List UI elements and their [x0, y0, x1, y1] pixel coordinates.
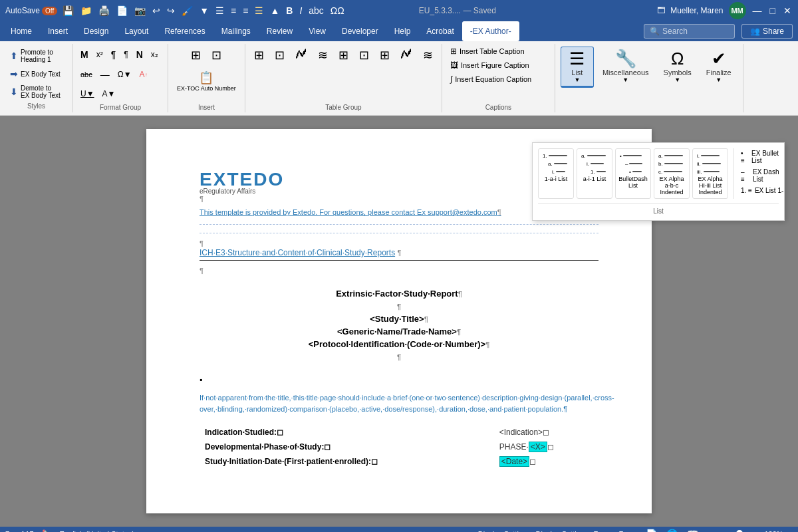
menu-help[interactable]: Help	[386, 21, 419, 41]
table-icon1-btn[interactable]: ⊞	[249, 45, 269, 65]
close-button[interactable]: ✕	[782, 4, 793, 17]
menu-references[interactable]: References	[156, 21, 213, 41]
format-size-btn[interactable]: Ω▼	[114, 68, 135, 81]
format-painter-icon[interactable]: 🖌️	[180, 4, 194, 17]
table-icon6-btn[interactable]: ⊡	[354, 45, 374, 65]
ex-bullet-list-btn[interactable]: • ≡ EX Bullet List	[738, 148, 793, 166]
align-left-icon[interactable]: ☰	[214, 4, 225, 17]
title-line-1: Extrinsic·Factor·Study·Report¶	[200, 289, 598, 299]
menu-layout[interactable]: Layout	[116, 21, 156, 41]
screenshot-icon[interactable]: 📷	[133, 4, 147, 17]
menu-insert[interactable]: Insert	[40, 21, 76, 41]
ex-body-text-btn[interactable]: ➡ EX Body Text	[4, 66, 66, 81]
1ai-list-btn[interactable]: 1. a. i. 1-a-i List	[538, 148, 574, 199]
menu-view[interactable]: View	[301, 21, 334, 41]
format-pilcrow-btn[interactable]: ¶	[108, 47, 120, 62]
arrow-right-icon: ➡	[10, 68, 18, 79]
user-avatar[interactable]: MM	[729, 2, 746, 19]
maximize-button[interactable]: □	[769, 4, 777, 17]
misc-dropdown-icon[interactable]: ▼	[622, 76, 628, 83]
pilcrow2-btn[interactable]: ¶	[120, 48, 131, 61]
promote-heading-btn[interactable]: ⬆ Promote toHeading 1	[4, 47, 59, 65]
para-mark-1: ¶	[200, 195, 203, 203]
menu-mailings[interactable]: Mailings	[213, 21, 259, 41]
ribbon-display-icon[interactable]: 🗔	[657, 6, 665, 15]
symbols-dropdown-icon[interactable]: ▼	[674, 76, 680, 83]
web-layout-btn[interactable]: 🌐	[664, 529, 680, 532]
open-folder-icon[interactable]: 📁	[79, 4, 93, 17]
ex-toc-btn[interactable]: 📋 EX-TOC Auto Number	[172, 68, 241, 94]
list-button[interactable]: ☰ List ▼	[561, 47, 594, 88]
format-subscript-btn[interactable]: x₂	[148, 48, 162, 61]
table-icon7-btn[interactable]: ⊞	[375, 45, 394, 65]
menu-acrobat[interactable]: Acrobat	[418, 21, 462, 41]
insert-figure-caption-btn[interactable]: 🖼 Insert Figure Caption	[446, 59, 551, 71]
table-icon9-btn[interactable]: ≋	[418, 45, 438, 65]
format-dash-btn[interactable]: —	[97, 67, 113, 82]
bold-icon[interactable]: B	[285, 4, 294, 17]
search-box[interactable]: 🔍	[644, 24, 735, 39]
insert-equation-caption-btn[interactable]: ∫ Insert Equation Caption	[446, 73, 551, 85]
insert-icon2-btn[interactable]: ⊡	[207, 45, 226, 65]
finalize-button[interactable]: ✔ Finalize ▼	[700, 47, 737, 86]
format-A-btn[interactable]: A↑	[136, 68, 151, 81]
menu-design[interactable]: Design	[76, 21, 116, 41]
format-underline-btn[interactable]: U▼	[77, 87, 98, 100]
format-n-btn[interactable]: N	[133, 47, 146, 62]
format-abc-btn[interactable]: abc	[77, 68, 96, 80]
undo-icon[interactable]: ↩	[151, 4, 162, 17]
format-m-btn[interactable]: M	[77, 47, 92, 62]
study-date-label: Study·Initiation·Date·(First·patient·enr…	[200, 454, 494, 469]
list-dropdown-icon[interactable]: ▼	[574, 76, 580, 83]
print-layout-btn[interactable]: 📄	[644, 529, 659, 532]
ai1-list-btn[interactable]: a. i. 1. a-i-1 List	[577, 148, 612, 199]
demote-ex-body-btn[interactable]: ⬇ Demote toEX Body Text	[4, 82, 66, 101]
ex-list1-btn[interactable]: 1. ≡ EX List 1-	[738, 186, 793, 196]
title-bar-right: 🗔 Mueller, Maren MM — □ ✕	[569, 2, 793, 19]
insert-group-title: Insert	[198, 102, 215, 111]
insert-table-caption-btn[interactable]: ⊞ Insert Table Caption	[446, 45, 551, 57]
read-mode-btn[interactable]: 📖	[685, 529, 700, 532]
save-icon[interactable]: 💾	[61, 4, 75, 17]
search-input[interactable]	[662, 27, 729, 36]
menu-developer[interactable]: Developer	[334, 21, 386, 41]
share-button[interactable]: 👥 Share	[741, 24, 793, 39]
menu-ex-author[interactable]: -EX Author-	[462, 21, 519, 41]
symbols-button[interactable]: Ω Symbols ▼	[658, 47, 698, 86]
ex-alpha-roman-btn[interactable]: i. ii. iii. EX Alpha i-ii-iii List Inden…	[692, 148, 728, 199]
insert-icon1-btn[interactable]: ⊞	[186, 45, 205, 65]
format-color-btn[interactable]: A▼	[99, 87, 119, 100]
menu-home[interactable]: Home	[3, 21, 40, 41]
format-superscript-btn[interactable]: x²	[93, 48, 106, 61]
minimize-button[interactable]: —	[751, 4, 763, 17]
table-icon3-btn[interactable]: 🗲	[291, 45, 312, 65]
highlight-icon[interactable]: ▲	[269, 4, 281, 17]
finalize-dropdown-icon[interactable]: ▼	[716, 76, 722, 83]
align-center-icon[interactable]: ≡	[229, 4, 237, 17]
align-right-icon[interactable]: ≡	[241, 4, 249, 17]
redo-icon[interactable]: ↪	[166, 4, 176, 17]
bulletdash-list-btn[interactable]: • – • BulletDash List	[615, 148, 651, 199]
table-icon4-btn[interactable]: ≋	[313, 45, 332, 65]
table-icon2-btn[interactable]: ⊡	[270, 45, 289, 65]
menu-review[interactable]: Review	[259, 21, 301, 41]
italic-icon[interactable]: I	[298, 4, 303, 17]
table-icon5-btn[interactable]: ⊞	[334, 45, 353, 65]
autosave-area[interactable]: AutoSave Off	[5, 6, 57, 15]
arrow-up-icon: ⬆	[10, 51, 18, 61]
title-line-4: <Generic·Name/Trade·Name>¶	[200, 327, 598, 336]
ribbon-large-btns: ☰ List ▼ 🔧 Miscellaneous ▼ Ω Symbols ▼ ✔…	[555, 44, 743, 112]
miscellaneous-button[interactable]: 🔧 Miscellaneous ▼	[597, 47, 655, 86]
align-justify-icon[interactable]: ☰	[253, 4, 265, 17]
autosave-toggle[interactable]: Off	[42, 7, 57, 15]
print-icon[interactable]: 🖨️	[97, 4, 111, 17]
ex-dash-list-btn[interactable]: – ≡ EX Dash List	[738, 167, 793, 184]
more-icon[interactable]: ▼	[198, 4, 210, 17]
format-group-title: Format Group	[77, 102, 164, 111]
table-icon8-btn[interactable]: 🗲	[396, 45, 417, 65]
strikethrough-icon[interactable]: abc	[307, 4, 325, 17]
lang-icon[interactable]: ΩΩ	[329, 4, 346, 17]
status-bar: 7 of 17 ✏️ English (United States) Displ…	[0, 527, 798, 532]
new-doc-icon[interactable]: 📄	[115, 4, 129, 17]
ex-alpha-abc-btn[interactable]: a. b. c. EX Alpha a-b-c Indented	[654, 148, 690, 199]
